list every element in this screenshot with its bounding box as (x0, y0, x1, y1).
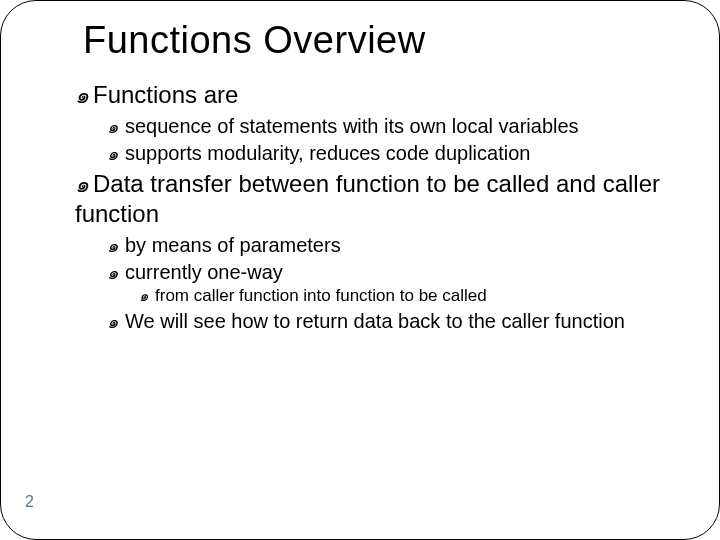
bullet-currently-one-way: ๑currently one-way (107, 260, 691, 285)
text-sequence: sequence of statements with its own loca… (125, 115, 579, 137)
bullet-glyph-icon: ๑ (107, 117, 125, 139)
text-by-means: by means of parameters (125, 234, 341, 256)
bullet-functions-are: ๑Functions are (75, 80, 691, 110)
bullet-glyph-icon: ๑ (107, 144, 125, 166)
slide-frame: Functions Overview ๑Functions are ๑seque… (0, 0, 720, 540)
bullet-we-will-see: ๑We will see how to return data back to … (107, 309, 691, 334)
text-supports-modularity: supports modularity, reduces code duplic… (125, 142, 530, 164)
bullet-glyph-icon: ๑ (107, 312, 125, 334)
bullet-data-transfer: ๑Data transfer between function to be ca… (75, 169, 691, 229)
text-currently-one-way: currently one-way (125, 261, 283, 283)
bullet-glyph-icon: ๑ (75, 171, 93, 199)
slide-title: Functions Overview (83, 19, 691, 62)
text-we-will-see: We will see how to return data back to t… (125, 310, 625, 332)
bullet-glyph-icon: ๑ (107, 263, 125, 285)
bullet-from-caller: ๑from caller function into function to b… (139, 286, 691, 306)
bullet-sequence: ๑sequence of statements with its own loc… (107, 114, 691, 139)
bullet-glyph-icon: ๑ (75, 82, 93, 110)
bullet-supports-modularity: ๑supports modularity, reduces code dupli… (107, 141, 691, 166)
bullet-by-means: ๑by means of parameters (107, 233, 691, 258)
bullet-glyph-icon: ๑ (139, 287, 155, 305)
bullet-glyph-icon: ๑ (107, 236, 125, 258)
text-functions-are: Functions are (93, 81, 238, 108)
text-from-caller: from caller function into function to be… (155, 286, 487, 305)
text-data-transfer: Data transfer between function to be cal… (75, 170, 660, 227)
page-number: 2 (25, 493, 34, 511)
